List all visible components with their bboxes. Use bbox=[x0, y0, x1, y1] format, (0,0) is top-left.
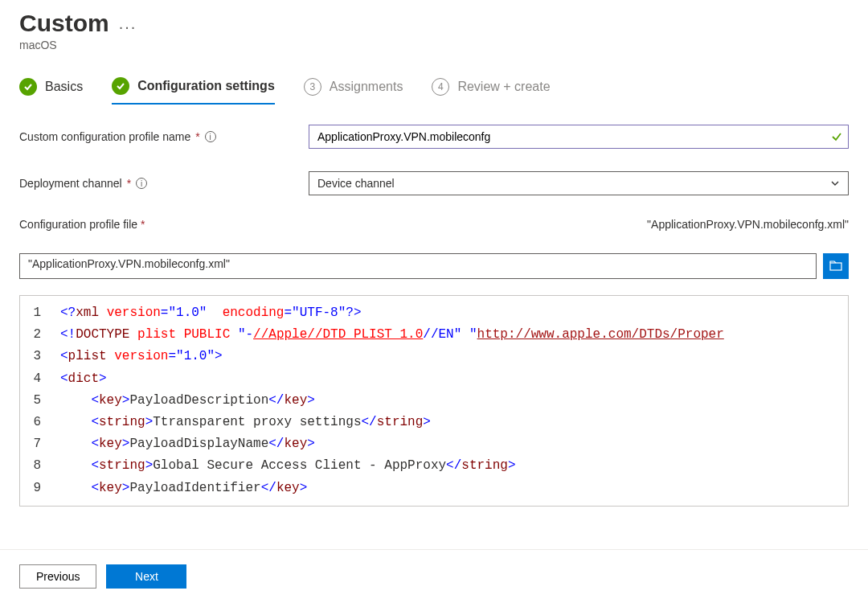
line-number: 1 bbox=[20, 302, 60, 324]
code-line: 7 <key>PayloadDisplayName</key> bbox=[20, 433, 848, 455]
step-review-create[interactable]: 4 Review + create bbox=[432, 78, 550, 104]
code-line: 6 <string>Ttransparent proxy settings</s… bbox=[20, 412, 848, 433]
step-basics[interactable]: Basics bbox=[19, 78, 83, 104]
step-label: Review + create bbox=[457, 80, 550, 94]
code-content: <string>Ttransparent proxy settings</str… bbox=[60, 412, 848, 433]
code-content: <plist version="1.0"> bbox=[60, 346, 848, 367]
code-line: 5 <key>PayloadDescription</key> bbox=[20, 390, 848, 412]
select-value: Device channel bbox=[317, 177, 395, 190]
folder-icon bbox=[829, 260, 842, 273]
code-content: <dict> bbox=[60, 368, 848, 390]
check-icon bbox=[19, 78, 37, 96]
page-subtitle: macOS bbox=[19, 39, 849, 51]
config-file-path-display: "ApplicationProxy.VPN.mobileconfg.xml" bbox=[19, 253, 817, 279]
line-number: 3 bbox=[20, 346, 60, 367]
code-line: 2<!DOCTYPE plist PUBLIC "-//Apple//DTD P… bbox=[20, 324, 848, 346]
browse-file-button[interactable] bbox=[823, 253, 849, 279]
info-icon[interactable]: i bbox=[136, 178, 147, 189]
required-indicator: * bbox=[195, 130, 199, 143]
profile-name-label: Custom configuration profile name bbox=[19, 130, 190, 143]
check-icon bbox=[831, 131, 842, 142]
svg-rect-0 bbox=[830, 263, 841, 270]
code-content: <key>PayloadDescription</key> bbox=[60, 390, 848, 412]
line-number: 8 bbox=[20, 455, 60, 477]
step-label: Assignments bbox=[330, 80, 403, 94]
code-line: 8 <string>Global Secure Access Client - … bbox=[20, 455, 848, 477]
step-number: 3 bbox=[304, 78, 321, 96]
config-file-name: "ApplicationProxy.VPN.mobileconfg.xml" bbox=[647, 218, 849, 231]
wizard-steps: Basics Configuration settings 3 Assignme… bbox=[19, 77, 849, 105]
step-assignments[interactable]: 3 Assignments bbox=[304, 78, 403, 104]
line-number: 6 bbox=[20, 412, 60, 433]
step-configuration-settings[interactable]: Configuration settings bbox=[112, 77, 275, 105]
chevron-down-icon bbox=[830, 178, 840, 188]
code-content: <string>Global Secure Access Client - Ap… bbox=[60, 455, 848, 477]
line-number: 4 bbox=[20, 368, 60, 390]
more-menu-icon[interactable]: ··· bbox=[119, 18, 137, 36]
step-label: Configuration settings bbox=[137, 79, 275, 93]
code-line: 9 <key>PayloadIdentifier</key> bbox=[20, 478, 848, 499]
info-icon[interactable]: i bbox=[205, 131, 216, 142]
xml-code-viewer: 1<?xml version="1.0" encoding="UTF-8"?>2… bbox=[19, 295, 849, 507]
deployment-channel-select[interactable]: Device channel bbox=[309, 171, 849, 195]
code-line: 3<plist version="1.0"> bbox=[20, 346, 848, 367]
page-title: Custom bbox=[19, 10, 109, 37]
code-content: <!DOCTYPE plist PUBLIC "-//Apple//DTD PL… bbox=[60, 324, 848, 346]
config-file-label: Configuration profile file bbox=[19, 218, 137, 231]
line-number: 9 bbox=[20, 478, 60, 499]
line-number: 7 bbox=[20, 433, 60, 455]
code-content: <key>PayloadIdentifier</key> bbox=[60, 478, 848, 499]
required-indicator: * bbox=[141, 218, 145, 231]
code-line: 1<?xml version="1.0" encoding="UTF-8"?> bbox=[20, 302, 848, 324]
code-content: <key>PayloadDisplayName</key> bbox=[60, 433, 848, 455]
required-indicator: * bbox=[127, 177, 131, 190]
code-line: 4<dict> bbox=[20, 368, 848, 390]
code-content: <?xml version="1.0" encoding="UTF-8"?> bbox=[60, 302, 848, 324]
line-number: 2 bbox=[20, 324, 60, 346]
step-label: Basics bbox=[45, 80, 83, 94]
deployment-channel-label: Deployment channel bbox=[19, 177, 122, 190]
step-number: 4 bbox=[432, 78, 449, 96]
check-icon bbox=[112, 77, 129, 95]
line-number: 5 bbox=[20, 390, 60, 412]
profile-name-input[interactable] bbox=[309, 125, 849, 149]
